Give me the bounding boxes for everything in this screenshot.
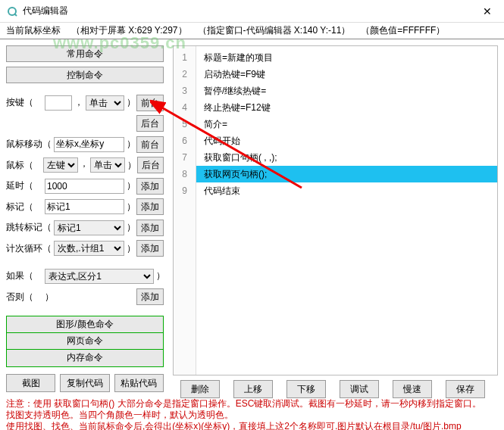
mark-add-button[interactable]: 添加 <box>136 198 164 215</box>
status-screen: （相对于屏幕 X:629 Y:297） <box>71 24 187 37</box>
footer-line3: 使用找图、找色、当前鼠标命令后,会得出(坐标x)(坐标y)，直接填上这2个名称即… <box>6 421 498 430</box>
code-line[interactable]: 代码结束 <box>196 182 497 199</box>
jump-label: 跳转标记（ <box>6 221 52 234</box>
close-button[interactable]: ✕ <box>470 0 504 23</box>
copy-code-button[interactable]: 复制代码 <box>60 374 109 392</box>
code-line[interactable]: 代码开始 <box>196 132 497 149</box>
jump-select[interactable]: 标记1 <box>54 220 124 235</box>
code-line[interactable]: 终止热键=F12键 <box>196 99 497 116</box>
loop-add-button[interactable]: 添加 <box>136 240 164 257</box>
code-line[interactable]: 标题=新建的项目 <box>196 49 497 66</box>
footer-line1: 注意：使用 获取窗口句柄() 大部分命令是指定窗口操作。ESC键取消调试。截图有… <box>6 398 498 410</box>
if-select[interactable]: 表达式,区分1 <box>45 269 154 284</box>
jump-add-button[interactable]: 添加 <box>136 220 164 236</box>
save-button[interactable]: 保存 <box>446 380 485 398</box>
mouse-btn-select[interactable]: 左键 <box>43 157 78 173</box>
mouse-move-foreground-button[interactable]: 前台 <box>136 136 164 153</box>
delay-label: 延时（ <box>6 179 42 192</box>
web-cmd-button[interactable]: 网页命令 <box>7 333 163 350</box>
titlebar: 代码编辑器 ✕ <box>0 0 504 23</box>
category-group: 图形/颜色命令 网页命令 内存命令 <box>6 316 164 367</box>
slow-button[interactable]: 慢速 <box>393 380 432 398</box>
svg-line-1 <box>14 14 17 16</box>
code-line[interactable]: 暂停/继续热键= <box>196 83 497 99</box>
line-gutter: 123456789 <box>174 46 196 375</box>
footer-line2: 找图支持透明色。当四个角颜色一样时，默认为透明色。 <box>6 410 498 421</box>
status-window: （指定窗口-代码编辑器 X:140 Y:-11） <box>198 24 351 37</box>
delay-input[interactable] <box>45 179 124 194</box>
shape-cmd-button[interactable]: 图形/颜色命令 <box>7 316 163 333</box>
debug-button[interactable]: 调试 <box>340 380 379 398</box>
else-label: 否则（ <box>6 291 42 304</box>
common-cmd-button[interactable]: 常用命令 <box>6 45 164 62</box>
mouse-move-input[interactable] <box>54 137 124 152</box>
delete-button[interactable]: 删除 <box>180 380 220 398</box>
app-icon <box>6 5 18 17</box>
status-color: （颜色值=FFFFFF） <box>361 24 445 37</box>
mark-input[interactable] <box>45 199 124 214</box>
mouse-label: 鼠标（ <box>6 159 41 172</box>
code-line[interactable]: 启动热键=F9键 <box>196 66 497 83</box>
mouse-click-select[interactable]: 单击 <box>90 157 125 173</box>
window-title: 代码编辑器 <box>23 5 68 17</box>
code-line[interactable]: 简介= <box>196 116 497 132</box>
mouse-background-button[interactable]: 后台 <box>137 157 164 173</box>
code-line[interactable]: 获取网页句柄(); <box>196 166 497 182</box>
mem-cmd-button[interactable]: 内存命令 <box>7 350 163 366</box>
mark-label: 标记（ <box>6 201 42 213</box>
status-bar: 当前鼠标坐标 （相对于屏幕 X:629 Y:297） （指定窗口-代码编辑器 X… <box>0 23 504 39</box>
key-input[interactable] <box>45 95 72 111</box>
loop-select[interactable]: 次数,.计组1 <box>54 241 124 256</box>
left-panel: 常用命令 控制命令 按键（ ， 单击 ） 前台 后台 鼠标移动（ ） 前台 鼠标… <box>0 39 170 395</box>
control-cmd-button[interactable]: 控制命令 <box>6 67 164 83</box>
down-button[interactable]: 下移 <box>286 380 326 398</box>
footer-notes: 注意：使用 获取窗口句柄() 大部分命令是指定窗口操作。ESC键取消调试。截图有… <box>0 395 504 430</box>
key-label: 按键（ <box>6 96 42 109</box>
key-background-button[interactable]: 后台 <box>136 115 164 132</box>
key-click-select[interactable]: 单击 <box>86 95 124 111</box>
status-label: 当前鼠标坐标 <box>6 24 61 37</box>
screenshot-button[interactable]: 截图 <box>6 374 55 392</box>
code-lines[interactable]: 标题=新建的项目启动热键=F9键暂停/继续热键=终止热键=F12键简介=代码开始… <box>196 46 497 375</box>
up-button[interactable]: 上移 <box>233 380 273 398</box>
delay-add-button[interactable]: 添加 <box>136 178 164 195</box>
paste-code-button[interactable]: 粘贴代码 <box>114 374 164 392</box>
key-foreground-button[interactable]: 前台 <box>136 95 164 111</box>
loop-label: 计次循环（ <box>6 242 52 255</box>
code-editor[interactable]: 123456789 标题=新建的项目启动热键=F9键暂停/继续热键=终止热键=F… <box>173 45 498 375</box>
mouse-move-label: 鼠标移动（ <box>6 138 52 151</box>
if-add-button[interactable]: 添加 <box>136 288 164 305</box>
code-line[interactable]: 获取窗口句柄( , ,); <box>196 149 497 166</box>
right-panel: 123456789 标题=新建的项目启动热键=F9键暂停/继续热键=终止热键=F… <box>170 39 504 395</box>
if-label: 如果（ <box>6 270 42 282</box>
